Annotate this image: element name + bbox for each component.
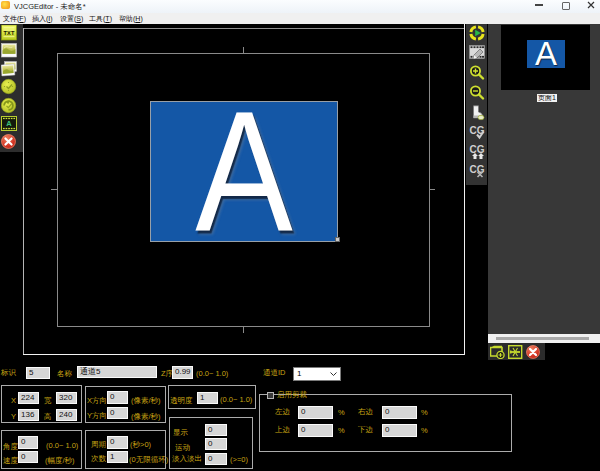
svg-text:A: A xyxy=(6,119,12,128)
svg-text:CG: CG xyxy=(470,164,485,175)
svg-text:TXT: TXT xyxy=(3,30,15,36)
svg-text:CG: CG xyxy=(470,144,485,155)
